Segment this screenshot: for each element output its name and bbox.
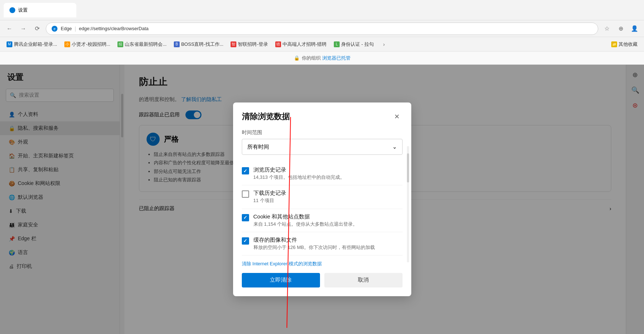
fav-item-zhilian[interactable]: 智 智联招聘-登录 — [228, 40, 271, 49]
fav-item-shandong[interactable]: 招 山东省最新招聘会... — [115, 40, 169, 49]
fav-icon-tencent: M — [7, 41, 12, 47]
checkmark-icon: ✓ — [243, 215, 247, 220]
collections-icon[interactable]: ⊕ — [615, 23, 627, 35]
checkbox-history-desc: 14,313 个项目。包括地址栏中的自动完成。 — [253, 174, 345, 181]
checkbox-cache-desc: 释放的空间小于 126 MB。你下次访问时，有些网站的加载 — [253, 244, 375, 251]
fav-icon-shandong: 招 — [117, 41, 123, 47]
favorites-icon[interactable]: ☆ — [601, 23, 613, 35]
cancel-button[interactable]: 取消 — [324, 273, 403, 287]
toolbar-right-icons: ☆ ⊕ 👤 — [601, 23, 640, 35]
managed-link[interactable]: 浏览器已托管 — [322, 55, 351, 61]
checkbox-cache: ✓ 缓存的图像和文件 释放的空间小于 126 MB。你下次访问时，有些网站的加载 — [242, 232, 403, 255]
fav-item-tencent[interactable]: M 腾讯企业邮箱-登录... — [4, 40, 60, 49]
managed-bar: 🔒 你的组织 浏览器已托管 — [0, 52, 644, 65]
fav-icon-liepin: 猎 — [275, 41, 281, 47]
fav-label-zhilian: 智联招聘-登录 — [238, 41, 268, 48]
profile-icon[interactable]: 👤 — [629, 23, 640, 35]
checkbox-cache-text: 缓存的图像和文件 释放的空间小于 126 MB。你下次访问时，有些网站的加载 — [253, 237, 375, 251]
fav-icon-boss: B — [174, 41, 180, 47]
checkbox-cache-input[interactable]: ✓ — [242, 237, 249, 245]
tab-label: 设置 — [18, 7, 28, 13]
time-range-value: 所有时间 — [247, 144, 269, 150]
fav-label-others: 其他收藏 — [619, 41, 637, 48]
address-text: edge://settings/clearBrowserData — [79, 26, 593, 31]
fav-item-xiaoxian[interactable]: 小 小贤才-校园招聘... — [61, 40, 113, 49]
checkbox-downloads-label: 下载历史记录 — [253, 190, 286, 197]
fav-label-lagou: 身份认证 - 拉勾 — [341, 41, 374, 48]
clear-browser-data-modal: 清除浏览数据 ✕ 时间范围 所有时间 ⌄ ✓ 浏览历史记录 14,313 个项目… — [233, 102, 411, 296]
refresh-button[interactable]: ⟳ — [31, 23, 43, 35]
fav-label-shandong: 山东省最新招聘会... — [125, 41, 167, 48]
modal-title: 清除浏览数据 — [242, 111, 290, 122]
tab-favicon — [9, 7, 15, 13]
address-separator: | — [75, 26, 76, 32]
fav-label-boss: BOSS直聘-找工作... — [181, 41, 223, 48]
checkbox-history: ✓ 浏览历史记录 14,313 个项目。包括地址栏中的自动完成。 — [242, 162, 403, 185]
confirm-clear-button[interactable]: 立即清除 — [242, 273, 320, 287]
svg-text:e: e — [53, 27, 56, 31]
modal-close-button[interactable]: ✕ — [392, 111, 403, 122]
checkbox-cookies-text: Cookie 和其他站点数据 来自 1,154 个站点。使你从大多数站点退出登录… — [253, 213, 358, 228]
favorites-bar: M 腾讯企业邮箱-登录... 小 小贤才-校园招聘... 招 山东省最新招聘会.… — [0, 37, 644, 52]
modal-scrollbar-thumb[interactable] — [407, 153, 409, 182]
fav-item-others[interactable]: 📁 其他收藏 — [608, 40, 640, 49]
managed-prefix-icon: 🔒 — [294, 55, 300, 61]
checkbox-cookies-label: Cookie 和其他站点数据 — [253, 213, 358, 220]
checkbox-cookies-desc: 来自 1,154 个站点。使你从大多数站点退出登录。 — [253, 221, 358, 228]
checkbox-history-text: 浏览历史记录 14,313 个项目。包括地址栏中的自动完成。 — [253, 166, 345, 181]
more-favorites-button[interactable]: › — [378, 39, 390, 50]
main-area: 设置 🔍 搜索设置 👤 个人资料 🔒 隐私、搜索和服务 🎨 外观 🏠 开始、主页… — [0, 65, 644, 334]
fav-icon-lagou: L — [334, 41, 340, 47]
fav-icon-zhilian: 智 — [231, 41, 236, 47]
clear-ie-link[interactable]: 清除 Internet Explorer 模式的浏览数据 — [242, 261, 403, 267]
chevron-down-icon: ⌄ — [392, 144, 397, 150]
fav-item-lagou[interactable]: L 身份认证 - 拉勾 — [331, 40, 377, 49]
checkbox-downloads: 下载历史记录 11 个项目 — [242, 185, 403, 209]
browser-tab[interactable]: 设置 — [4, 3, 76, 17]
checkbox-history-input[interactable]: ✓ — [242, 167, 249, 174]
checkmark-icon: ✓ — [243, 168, 247, 174]
checkmark-icon: ✓ — [243, 238, 247, 244]
fav-label-xiaoxian: 小贤才-校园招聘... — [72, 41, 110, 48]
fav-icon-others: 📁 — [611, 41, 617, 47]
address-bar[interactable]: e Edge | edge://settings/clearBrowserDat… — [46, 23, 598, 35]
modal-footer: 立即清除 取消 — [242, 273, 403, 287]
fav-item-liepin[interactable]: 猎 中高端人才招聘-猎聘 — [272, 40, 329, 49]
browser-toolbar: ← → ⟳ e Edge | edge://settings/clearBrow… — [0, 20, 644, 37]
managed-text: 你的组织 — [302, 55, 321, 61]
time-range-label: 时间范围 — [242, 129, 403, 136]
edge-logo-icon: e — [51, 25, 58, 32]
fav-label-liepin: 中高端人才招聘-猎聘 — [283, 41, 327, 48]
time-range-select[interactable]: 所有时间 ⌄ — [242, 139, 403, 155]
modal-header: 清除浏览数据 ✕ — [242, 111, 403, 122]
edge-text: Edge — [61, 26, 72, 31]
checkbox-downloads-text: 下载历史记录 11 个项目 — [253, 190, 286, 204]
checkbox-cookies-input[interactable]: ✓ — [242, 214, 249, 221]
fav-label-tencent: 腾讯企业邮箱-登录... — [14, 41, 57, 48]
modal-overlay: 清除浏览数据 ✕ 时间范围 所有时间 ⌄ ✓ 浏览历史记录 14,313 个项目… — [0, 65, 644, 334]
back-button[interactable]: ← — [4, 23, 15, 35]
checkbox-cache-label: 缓存的图像和文件 — [253, 237, 375, 244]
checkbox-downloads-input[interactable] — [242, 190, 249, 198]
forward-button[interactable]: → — [17, 23, 29, 35]
fav-item-boss[interactable]: B BOSS直聘-找工作... — [171, 40, 226, 49]
browser-titlebar: 设置 — [0, 0, 644, 20]
checkbox-downloads-desc: 11 个项目 — [253, 197, 286, 204]
checkbox-history-label: 浏览历史记录 — [253, 166, 345, 173]
checkbox-cookies: ✓ Cookie 和其他站点数据 来自 1,154 个站点。使你从大多数站点退出… — [242, 209, 403, 232]
modal-scrollbar[interactable] — [407, 146, 409, 262]
nav-buttons: ← → ⟳ — [4, 23, 43, 35]
fav-icon-xiaoxian: 小 — [64, 41, 70, 47]
